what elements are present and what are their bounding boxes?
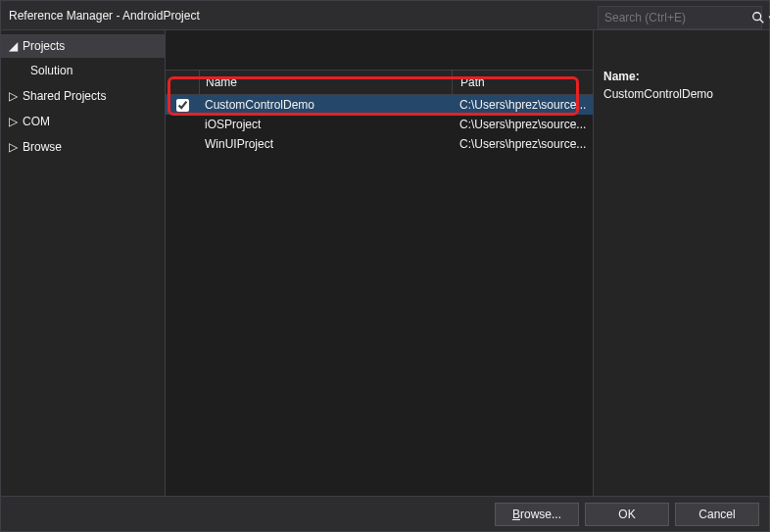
chevron-down-icon: ◢	[9, 39, 19, 53]
row-path: C:\Users\hprez\source...	[452, 137, 593, 151]
search-input[interactable]	[604, 11, 751, 24]
ok-button[interactable]: OK	[585, 503, 669, 526]
svg-line-1	[760, 20, 764, 24]
nav-label: Projects	[23, 39, 65, 53]
table-row[interactable]: iOSProject C:\Users\hprez\source...	[166, 115, 593, 134]
svg-point-0	[753, 13, 761, 21]
browse-button[interactable]: Browse...	[495, 503, 579, 526]
details-value: CustomControlDemo	[603, 87, 759, 101]
row-name: CustomControlDemo	[199, 98, 452, 112]
nav-label: Browse	[23, 140, 62, 154]
window-title: Reference Manager - AndroidProject	[9, 9, 695, 23]
nav-label: COM	[23, 115, 50, 128]
nav-solution[interactable]: Solution	[1, 58, 165, 83]
chevron-right-icon: ▷	[9, 115, 19, 128]
row-checkbox-cell	[166, 99, 199, 112]
chevron-right-icon: ▷	[9, 89, 19, 103]
nav-projects[interactable]: ◢ Projects	[1, 34, 165, 58]
col-header-path[interactable]: Path	[452, 71, 593, 94]
row-name: iOSProject	[199, 118, 452, 131]
sidebar: ◢ Projects Solution ▷ Shared Projects ▷ …	[1, 30, 166, 496]
nav-shared-projects[interactable]: ▷ Shared Projects	[1, 83, 165, 109]
nav-com[interactable]: ▷ COM	[1, 109, 165, 134]
table-row[interactable]: WinUIProject C:\Users\hprez\source...	[166, 134, 593, 154]
cancel-button[interactable]: Cancel	[675, 503, 759, 526]
center-panel: Name Path CustomControlDemo C:\Users\hpr…	[166, 30, 593, 496]
col-header-name[interactable]: Name	[199, 71, 452, 94]
row-path: C:\Users\hprez\source...	[452, 98, 593, 112]
chevron-right-icon: ▷	[9, 140, 19, 154]
search-icon[interactable]: ▼	[751, 11, 770, 24]
nav-label: Shared Projects	[23, 89, 106, 103]
details-panel: ▼ Name: CustomControlDemo	[593, 30, 769, 496]
table-row[interactable]: CustomControlDemo C:\Users\hprez\source.…	[166, 95, 593, 115]
details-label: Name:	[603, 70, 759, 83]
nav-browse[interactable]: ▷ Browse	[1, 134, 165, 160]
grid-body: CustomControlDemo C:\Users\hprez\source.…	[166, 95, 593, 496]
grid-header: Name Path	[166, 70, 593, 95]
row-name: WinUIProject	[199, 137, 452, 151]
search-box[interactable]: ▼	[598, 6, 762, 29]
row-path: C:\Users\hprez\source...	[452, 118, 593, 131]
row-checkbox[interactable]	[176, 99, 189, 112]
footer: Browse... OK Cancel	[1, 496, 769, 531]
